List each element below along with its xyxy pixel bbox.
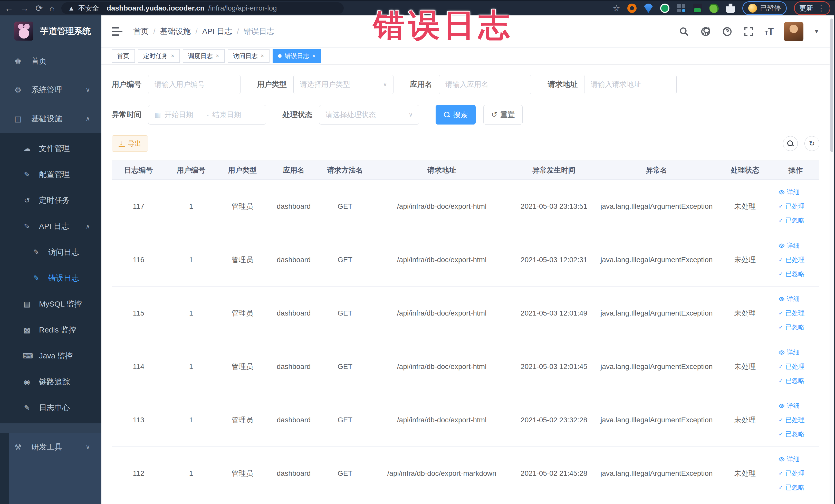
fullscreen-icon[interactable] bbox=[743, 26, 754, 37]
sidebar-item-config-manage[interactable]: ✎ 配置管理 bbox=[0, 161, 101, 187]
sidebar-item-file-manage[interactable]: ☁ 文件管理 bbox=[0, 136, 101, 161]
table-tools: ↻ bbox=[783, 136, 819, 151]
user-avatar[interactable] bbox=[784, 22, 803, 41]
paused-extension-badge[interactable]: 已暂停 bbox=[742, 1, 787, 15]
tab-access-log[interactable]: 访问日志 × bbox=[228, 49, 269, 63]
sidebar-item-home[interactable]: ♚ 首页 bbox=[0, 47, 101, 76]
toggle-search-button[interactable] bbox=[783, 136, 798, 151]
navbar-actions: TT ▼ bbox=[678, 22, 819, 41]
sidebar-item-infra[interactable]: ◫ 基础设施 ∧ bbox=[0, 104, 101, 133]
font-size-icon[interactable]: TT bbox=[765, 26, 774, 37]
extension-icon-blue-shield[interactable] bbox=[644, 4, 653, 13]
github-icon[interactable] bbox=[700, 26, 711, 37]
log-icon: ✎ bbox=[32, 274, 41, 282]
mark-processed-link[interactable]: ✓已处理 bbox=[778, 309, 805, 317]
mark-ignored-link[interactable]: ✓已忽略 bbox=[778, 323, 805, 331]
detail-link[interactable]: 详细 bbox=[778, 241, 799, 250]
app-logo[interactable]: 芋道管理系统 bbox=[0, 15, 101, 47]
close-icon[interactable]: × bbox=[216, 53, 219, 59]
not-secure-label[interactable]: 不安全 bbox=[78, 4, 99, 13]
mark-ignored-link[interactable]: ✓已忽略 bbox=[778, 483, 805, 492]
sidebar-item-trace[interactable]: ◉ 链路追踪 bbox=[0, 369, 101, 395]
reload-icon[interactable]: ⟳ bbox=[36, 4, 43, 13]
home-icon[interactable]: ⌂ bbox=[49, 4, 55, 13]
tags-view-bar: 首页 定时任务 × 调度日志 × 访问日志 × 错误日志 × bbox=[101, 48, 830, 64]
address-bar[interactable]: ▲ 不安全 dashboard.yudao.iocoder.cn/infra/l… bbox=[61, 2, 344, 14]
app-name-input[interactable] bbox=[439, 75, 531, 94]
app-title: 芋道管理系统 bbox=[40, 25, 91, 37]
bookmark-star-icon[interactable]: ☆ bbox=[613, 3, 620, 13]
exception-time-range-picker[interactable]: ▦ - bbox=[148, 105, 266, 124]
extension-icon-orange-ring[interactable] bbox=[627, 4, 636, 13]
sidebar-item-error-log[interactable]: ✎ 错误日志 bbox=[0, 265, 101, 291]
mark-processed-link[interactable]: ✓已处理 bbox=[778, 469, 805, 478]
detail-link[interactable]: 详细 bbox=[778, 188, 799, 196]
search-button[interactable]: 搜索 bbox=[435, 105, 476, 124]
refresh-table-button[interactable]: ↻ bbox=[805, 136, 819, 151]
mark-ignored-link[interactable]: ✓已忽略 bbox=[778, 269, 805, 278]
request-url-input[interactable] bbox=[584, 75, 677, 94]
table-header-row: 日志编号 用户编号 用户类型 应用名 请求方法名 请求地址 异常发生时间 异常名… bbox=[111, 161, 819, 180]
sidebar-item-log-center[interactable]: ✎ 日志中心 bbox=[0, 395, 101, 421]
sidebar-item-java-monitor[interactable]: ⌨ Java 监控 bbox=[0, 343, 101, 369]
sidebar-item-system[interactable]: ⚙ 系统管理 ∨ bbox=[0, 76, 101, 104]
process-status-select[interactable]: ∨ bbox=[319, 105, 419, 124]
calendar-icon: ▦ bbox=[155, 111, 161, 119]
url-path[interactable]: /infra/log/api-error-log bbox=[208, 4, 277, 12]
chevron-down-icon: ∨ bbox=[409, 112, 413, 118]
clock-icon: ↺ bbox=[23, 196, 31, 205]
detail-link[interactable]: 详细 bbox=[778, 348, 799, 357]
browser-update-button[interactable]: 更新 ⋮ bbox=[794, 1, 830, 15]
user-id-input[interactable] bbox=[148, 75, 241, 94]
sidebar-item-access-log[interactable]: ✎ 访问日志 bbox=[0, 239, 101, 265]
error-log-table: 日志编号 用户编号 用户类型 应用名 请求方法名 请求地址 异常发生时间 异常名… bbox=[111, 160, 819, 500]
mark-processed-link[interactable]: ✓已处理 bbox=[778, 202, 805, 210]
user-menu-caret-icon[interactable]: ▼ bbox=[814, 28, 819, 35]
collapse-sidebar-icon[interactable] bbox=[111, 27, 122, 36]
page-content: 用户编号 用户类型 ∨ 应用名 请求地址 bbox=[101, 64, 830, 504]
page-scrollbar[interactable] bbox=[830, 15, 834, 504]
extension-icon-green-circle[interactable] bbox=[660, 4, 669, 13]
close-icon[interactable]: × bbox=[312, 53, 316, 59]
browser-menu-icon[interactable]: ⋮ bbox=[817, 6, 825, 11]
help-icon[interactable] bbox=[721, 26, 733, 37]
mark-ignored-link[interactable]: ✓已忽略 bbox=[778, 216, 805, 225]
logo-avatar-image bbox=[14, 22, 33, 41]
scrollbar-thumb[interactable] bbox=[830, 19, 833, 152]
chevron-up-icon: ∧ bbox=[85, 115, 90, 122]
detail-link[interactable]: 详细 bbox=[778, 455, 799, 463]
mark-ignored-link[interactable]: ✓已忽略 bbox=[778, 377, 805, 385]
mark-ignored-link[interactable]: ✓已忽略 bbox=[778, 430, 805, 438]
sidebar-item-api-log[interactable]: ✎ API 日志 ∧ bbox=[0, 213, 101, 239]
export-button[interactable]: 导出 bbox=[111, 135, 148, 152]
sidebar-item-mysql-monitor[interactable]: ▤ MySQL 监控 bbox=[0, 291, 101, 317]
user-type-select[interactable]: ∨ bbox=[293, 75, 393, 94]
detail-link[interactable]: 详细 bbox=[778, 295, 799, 303]
close-icon[interactable]: × bbox=[171, 53, 174, 59]
tab-error-log[interactable]: 错误日志 × bbox=[272, 49, 321, 63]
breadcrumb-home[interactable]: 首页 bbox=[133, 26, 149, 37]
extension-icon-grid[interactable] bbox=[677, 4, 686, 13]
extension-icon-leaf[interactable] bbox=[710, 4, 719, 13]
mark-processed-link[interactable]: ✓已处理 bbox=[778, 256, 805, 264]
breadcrumb-infra[interactable]: 基础设施 bbox=[160, 26, 191, 37]
back-icon[interactable]: ← bbox=[5, 4, 13, 13]
reset-button[interactable]: ↺ 重置 bbox=[483, 105, 523, 124]
mark-processed-link[interactable]: ✓已处理 bbox=[778, 416, 805, 424]
chevron-down-icon: ∨ bbox=[383, 81, 387, 88]
tab-dispatch-log[interactable]: 调度日志 × bbox=[183, 49, 225, 63]
sidebar-item-dev-tools[interactable]: ⚒ 研发工具 ∨ bbox=[0, 432, 101, 461]
tab-home[interactable]: 首页 bbox=[111, 49, 135, 63]
breadcrumb-api-log[interactable]: API 日志 bbox=[202, 26, 232, 37]
sidebar-item-scheduled-jobs[interactable]: ↺ 定时任务 bbox=[0, 187, 101, 213]
close-icon[interactable]: × bbox=[261, 53, 264, 59]
detail-link[interactable]: 详细 bbox=[778, 402, 799, 410]
extension-icon-on-badge[interactable] bbox=[693, 4, 702, 13]
forward-icon[interactable]: → bbox=[20, 4, 29, 13]
search-icon[interactable] bbox=[678, 26, 690, 37]
mark-processed-link[interactable]: ✓已处理 bbox=[778, 362, 805, 371]
tab-scheduled-jobs[interactable]: 定时任务 × bbox=[138, 49, 180, 63]
extensions-puzzle-icon[interactable] bbox=[726, 4, 735, 13]
url-host[interactable]: dashboard.yudao.iocoder.cn bbox=[107, 4, 205, 12]
sidebar-item-redis-monitor[interactable]: ▩ Redis 监控 bbox=[0, 317, 101, 343]
